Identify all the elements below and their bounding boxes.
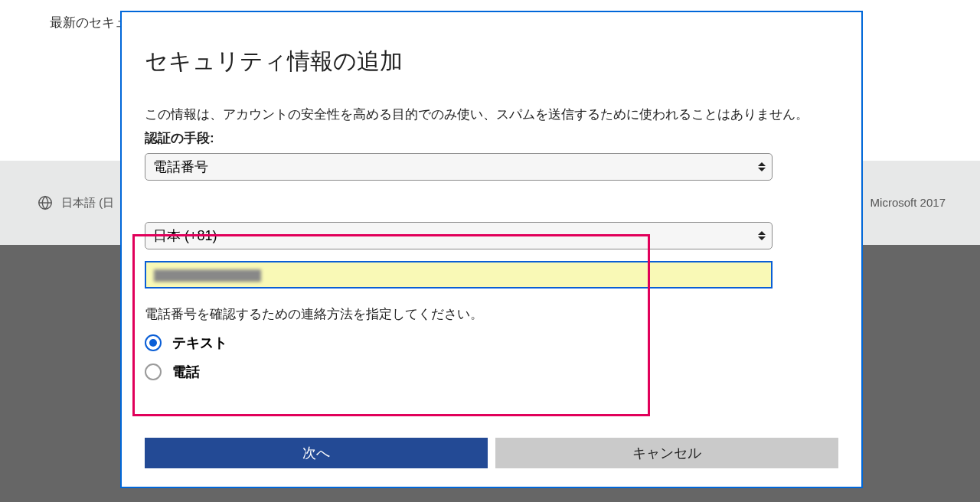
cancel-button[interactable]: キャンセル xyxy=(495,438,838,468)
country-select[interactable]: 日本 (+81) xyxy=(145,222,773,249)
dialog-description: この情報は、アカウントの安全性を高める目的でのみ使い、スパムを送信するために使わ… xyxy=(145,105,838,125)
phone-input-wrap xyxy=(145,261,773,288)
radio-option-call[interactable]: 電話 xyxy=(145,363,838,381)
radio-text-button[interactable] xyxy=(145,334,162,351)
radio-option-text[interactable]: テキスト xyxy=(145,334,838,352)
auth-method-label: 認証の手段: xyxy=(145,129,838,147)
auth-method-select[interactable]: 電話番号 xyxy=(145,153,773,181)
phone-number-input[interactable] xyxy=(145,261,773,288)
background-header-text: 最新のセキュ xyxy=(50,14,128,31)
security-info-dialog: セキュリティ情報の追加 この情報は、アカウントの安全性を高める目的でのみ使い、ス… xyxy=(120,11,863,488)
auth-method-select-input[interactable]: 電話番号 xyxy=(145,153,773,181)
next-button[interactable]: 次へ xyxy=(145,438,488,468)
verify-method-label: 電話番号を確認するための連絡方法を指定してください。 xyxy=(145,305,838,323)
country-select-input[interactable]: 日本 (+81) xyxy=(145,222,773,249)
radio-text-label: テキスト xyxy=(172,334,227,352)
radio-call-label: 電話 xyxy=(172,363,200,381)
copyright-text: Microsoft 2017 xyxy=(871,196,946,209)
radio-call-button[interactable] xyxy=(145,363,162,380)
language-selector[interactable]: 日本語 (日 xyxy=(37,194,114,211)
dialog-title: セキュリティ情報の追加 xyxy=(145,46,838,77)
globe-icon xyxy=(37,194,54,211)
phone-number-redacted xyxy=(154,269,261,282)
language-label: 日本語 (日 xyxy=(61,196,114,210)
